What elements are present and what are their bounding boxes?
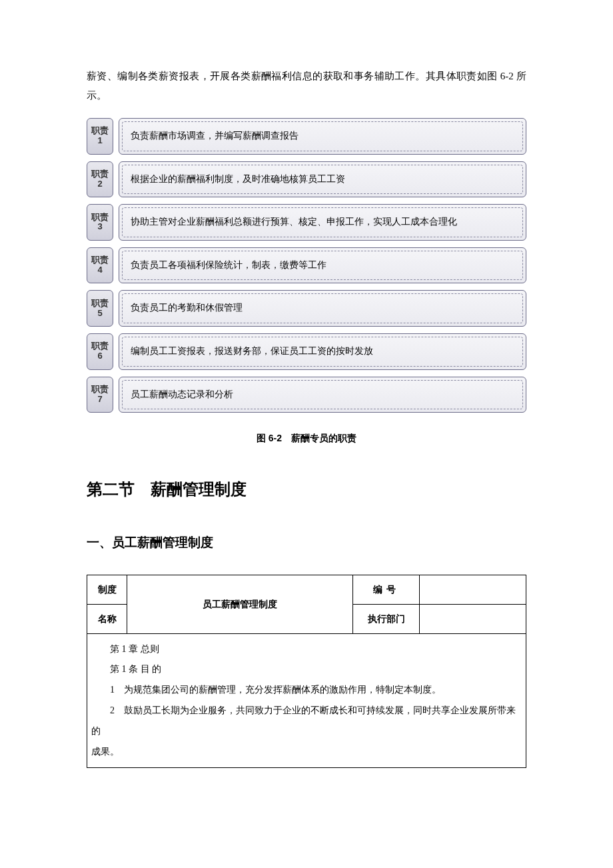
duty-content-3: 协助主管对企业薪酬福利总额进行预算、核定、申报工作，实现人工成本合理化 (122, 207, 523, 237)
duty-content-wrap-4: 负责员工各项福利保险统计，制表，缴费等工作 (119, 247, 526, 284)
duty-label-prefix: 职责 (91, 169, 109, 179)
duty-label-3: 职责 3 (87, 204, 113, 241)
policy-table-header-row-1: 制度 员工薪酬管理制度 编号 (87, 575, 526, 605)
duty-content-6: 编制员工工资报表，报送财务部，保证员工工资的按时发放 (122, 337, 523, 367)
duty-row-7: 职责 7 员工薪酬动态记录和分析 (87, 377, 526, 413)
duty-row-2: 职责 2 根据企业的薪酬福利制度，及时准确地核算员工工资 (87, 161, 526, 198)
policy-title-cell: 员工薪酬管理制度 (127, 575, 353, 633)
policy-number-label: 编号 (353, 575, 420, 605)
body-p2: 第 1 条 目 的 (91, 659, 522, 680)
duty-label-num: 7 (97, 395, 102, 405)
duty-label-prefix: 职责 (91, 255, 109, 265)
policy-label-bottom: 名称 (87, 605, 127, 634)
body-p3: 1 为规范集团公司的薪酬管理，充分发挥薪酬体系的激励作用，特制定本制度。 (91, 680, 522, 701)
duty-label-prefix: 职责 (91, 126, 109, 136)
section-heading: 第二节 薪酬管理制度 (87, 474, 526, 505)
policy-body-row: 第 1 章 总则 第 1 条 目 的 1 为规范集团公司的薪酬管理，充分发挥薪酬… (87, 633, 526, 768)
duty-list: 职责 1 负责薪酬市场调查，并编写薪酬调查报告 职责 2 根据企业的薪酬福利制度… (87, 118, 526, 413)
intro-paragraph: 薪资、编制各类薪资报表，开展各类薪酬福利信息的获取和事务辅助工作。其具体职责如图… (87, 67, 526, 105)
duty-content-5: 负责员工的考勤和休假管理 (122, 293, 523, 323)
duty-row-6: 职责 6 编制员工工资报表，报送财务部，保证员工工资的按时发放 (87, 333, 526, 370)
duty-label-num: 2 (97, 179, 102, 189)
duty-label-1: 职责 1 (87, 118, 113, 155)
duty-label-prefix: 职责 (91, 341, 109, 351)
policy-label-top: 制度 (87, 575, 127, 605)
duty-label-2: 职责 2 (87, 161, 113, 198)
body-p1: 第 1 章 总则 (91, 639, 522, 660)
policy-dept-label: 执行部门 (353, 605, 420, 634)
duty-content-4: 负责员工各项福利保险统计，制表，缴费等工作 (122, 251, 523, 281)
duty-label-num: 6 (97, 351, 102, 361)
body-p5: 成果。 (91, 742, 522, 763)
duty-label-7: 职责 7 (87, 377, 113, 413)
duty-content-1: 负责薪酬市场调查，并编写薪酬调查报告 (122, 121, 523, 151)
duty-label-prefix: 职责 (91, 385, 109, 395)
policy-number-value (420, 575, 526, 605)
duty-content-2: 根据企业的薪酬福利制度，及时准确地核算员工工资 (122, 165, 523, 195)
duty-label-4: 职责 4 (87, 247, 113, 284)
duty-row-1: 职责 1 负责薪酬市场调查，并编写薪酬调查报告 (87, 118, 526, 155)
figure-caption: 图 6-2 薪酬专员的职责 (87, 429, 526, 447)
duty-content-wrap-3: 协助主管对企业薪酬福利总额进行预算、核定、申报工作，实现人工成本合理化 (119, 204, 526, 241)
duty-content-wrap-6: 编制员工工资报表，报送财务部，保证员工工资的按时发放 (119, 333, 526, 370)
duty-label-6: 职责 6 (87, 333, 113, 370)
policy-body-cell: 第 1 章 总则 第 1 条 目 的 1 为规范集团公司的薪酬管理，充分发挥薪酬… (87, 633, 526, 768)
duty-label-num: 5 (97, 309, 102, 319)
duty-label-num: 1 (97, 136, 102, 146)
duty-content-7: 员工薪酬动态记录和分析 (122, 380, 523, 410)
duty-label-num: 4 (97, 265, 102, 275)
duty-content-wrap-5: 负责员工的考勤和休假管理 (119, 290, 526, 327)
body-p4: 2 鼓励员工长期为企业服务，共同致力于企业的不断成长和可持续发展，同时共享企业发… (91, 701, 522, 742)
duty-content-wrap-2: 根据企业的薪酬福利制度，及时准确地核算员工工资 (119, 161, 526, 198)
duty-row-4: 职责 4 负责员工各项福利保险统计，制表，缴费等工作 (87, 247, 526, 284)
policy-dept-value (420, 605, 526, 634)
duty-label-num: 3 (97, 222, 102, 232)
duty-row-3: 职责 3 协助主管对企业薪酬福利总额进行预算、核定、申报工作，实现人工成本合理化 (87, 204, 526, 241)
duty-label-prefix: 职责 (91, 299, 109, 309)
policy-table: 制度 员工薪酬管理制度 编号 名称 执行部门 第 1 章 总则 第 1 条 目 … (87, 575, 526, 768)
duty-label-5: 职责 5 (87, 290, 113, 327)
duty-content-wrap-7: 员工薪酬动态记录和分析 (119, 377, 526, 413)
duty-row-5: 职责 5 负责员工的考勤和休假管理 (87, 290, 526, 327)
duty-label-prefix: 职责 (91, 213, 109, 223)
sub-heading: 一、员工薪酬管理制度 (87, 531, 526, 555)
duty-content-wrap-1: 负责薪酬市场调查，并编写薪酬调查报告 (119, 118, 526, 155)
